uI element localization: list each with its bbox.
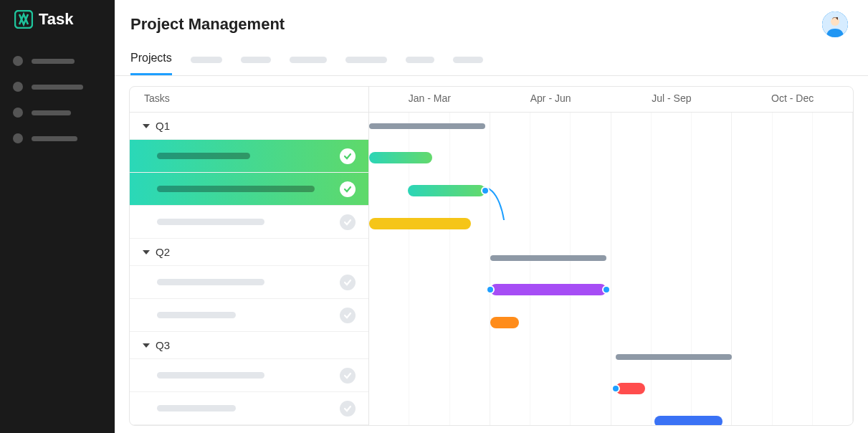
- tabs: Projects: [115, 44, 868, 76]
- sidebar-dot-icon: [13, 82, 23, 92]
- sidebar-item[interactable]: [13, 108, 102, 118]
- tab-placeholder[interactable]: [241, 57, 271, 63]
- summary-bar-q2[interactable]: [490, 255, 606, 261]
- timeline-header: Jan - Mar Apr - Jun Jul - Sep Oct - Dec: [369, 87, 853, 112]
- avatar[interactable]: [822, 11, 848, 37]
- sidebar-label-placeholder: [32, 59, 75, 64]
- task-bar[interactable]: [616, 383, 645, 394]
- check-done-icon[interactable]: [340, 181, 356, 197]
- task-row[interactable]: [130, 359, 368, 392]
- task-row[interactable]: [130, 266, 368, 299]
- check-pending-icon[interactable]: [340, 308, 356, 323]
- task-bar[interactable]: [369, 152, 432, 163]
- tasks-column-header: Tasks: [130, 87, 369, 112]
- quarter-header: Oct - Dec: [732, 87, 853, 112]
- tab-placeholder[interactable]: [191, 57, 222, 63]
- task-name-placeholder: [157, 372, 264, 379]
- tab-placeholder[interactable]: [453, 57, 483, 63]
- check-pending-icon[interactable]: [340, 214, 356, 230]
- sidebar-dot-icon: [13, 108, 23, 118]
- task-name-placeholder: [157, 186, 315, 192]
- gantt-body: Q1 Q2: [130, 113, 853, 425]
- group-label: Q3: [156, 339, 170, 351]
- caret-down-icon: [143, 343, 150, 348]
- sidebar-dot-icon: [13, 56, 23, 66]
- sidebar: Task: [0, 0, 115, 433]
- tab-placeholder[interactable]: [290, 57, 327, 63]
- task-row[interactable]: [130, 392, 368, 425]
- timeline-body: [369, 113, 853, 425]
- tab-projects[interactable]: Projects: [130, 44, 172, 75]
- content: Tasks Jan - Mar Apr - Jun Jul - Sep Oct …: [115, 76, 868, 433]
- bars-layer: [369, 113, 853, 425]
- gantt-chart: Tasks Jan - Mar Apr - Jun Jul - Sep Oct …: [129, 86, 854, 426]
- sidebar-label-placeholder: [32, 110, 71, 115]
- check-pending-icon[interactable]: [340, 401, 356, 417]
- tab-placeholder[interactable]: [345, 57, 387, 63]
- page-title: Project Management: [130, 15, 285, 34]
- task-row[interactable]: [130, 299, 368, 332]
- caret-down-icon: [143, 124, 150, 128]
- task-group-q3[interactable]: Q3: [130, 332, 368, 359]
- task-bar[interactable]: [369, 218, 471, 229]
- task-group-q2[interactable]: Q2: [130, 239, 368, 266]
- task-name-placeholder: [157, 219, 264, 225]
- main-area: Project Management Projects Tasks Jan -: [115, 0, 868, 433]
- task-bar[interactable]: [654, 416, 722, 426]
- check-pending-icon[interactable]: [340, 368, 356, 384]
- summary-bar-q1[interactable]: [369, 123, 485, 129]
- task-bar[interactable]: [490, 284, 606, 295]
- quarter-header: Jan - Mar: [369, 87, 490, 112]
- logo[interactable]: Task: [0, 0, 115, 39]
- header: Project Management: [115, 0, 868, 44]
- logo-text: Task: [39, 10, 74, 29]
- summary-bar-q3[interactable]: [616, 354, 732, 360]
- task-bar[interactable]: [408, 185, 485, 196]
- sidebar-label-placeholder: [32, 85, 83, 90]
- dependency-node[interactable]: [611, 384, 620, 393]
- logo-icon: [14, 10, 33, 29]
- tasks-list: Q1 Q2: [130, 113, 369, 425]
- gantt-header: Tasks Jan - Mar Apr - Jun Jul - Sep Oct …: [130, 87, 853, 113]
- caret-down-icon: [143, 250, 150, 254]
- task-name-placeholder: [157, 153, 250, 159]
- task-bar[interactable]: [490, 317, 520, 328]
- dependency-node[interactable]: [602, 285, 611, 294]
- svg-point-2: [831, 17, 839, 26]
- group-label: Q1: [156, 120, 170, 132]
- sidebar-item[interactable]: [13, 56, 102, 66]
- quarter-header: Jul - Sep: [611, 87, 733, 112]
- group-label: Q2: [156, 246, 170, 258]
- dependency-node[interactable]: [486, 285, 495, 294]
- task-row[interactable]: [130, 140, 368, 173]
- task-row[interactable]: [130, 173, 368, 206]
- quarter-header: Apr - Jun: [490, 87, 611, 112]
- task-row[interactable]: [130, 206, 368, 239]
- task-group-q1[interactable]: Q1: [130, 113, 368, 140]
- sidebar-item[interactable]: [13, 82, 102, 92]
- check-done-icon[interactable]: [340, 148, 356, 164]
- check-pending-icon[interactable]: [340, 275, 356, 290]
- sidebar-nav: [0, 39, 115, 161]
- task-name-placeholder: [157, 405, 236, 411]
- sidebar-item[interactable]: [13, 133, 102, 143]
- task-name-placeholder: [157, 312, 236, 318]
- task-name-placeholder: [157, 279, 264, 285]
- tab-placeholder[interactable]: [406, 57, 434, 63]
- dependency-node[interactable]: [481, 186, 490, 195]
- sidebar-dot-icon: [13, 133, 23, 143]
- sidebar-label-placeholder: [32, 136, 77, 141]
